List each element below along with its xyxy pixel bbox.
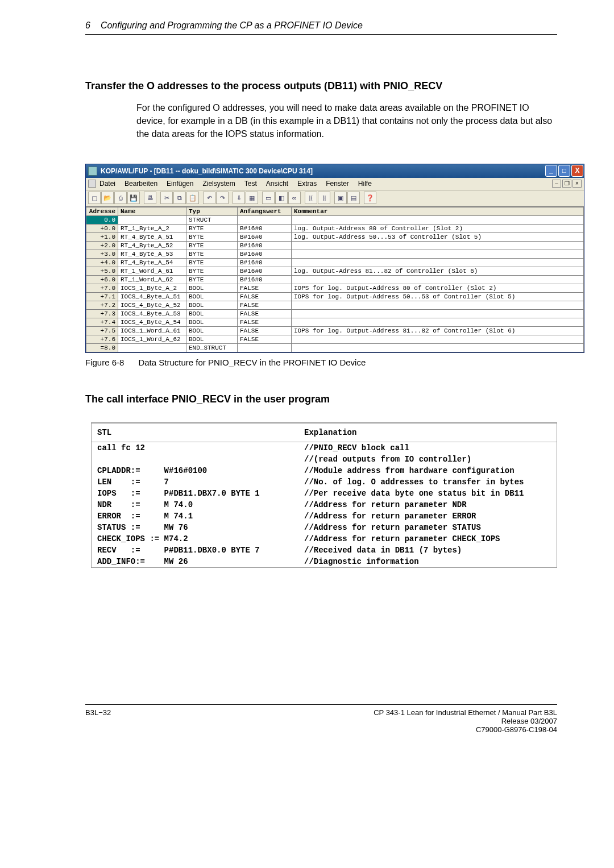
table-row[interactable]: +4.0RT_4_Byte_A_54BYTEB#16#0 (86, 258, 584, 267)
cell[interactable]: =8.0 (86, 343, 118, 352)
cell[interactable] (292, 275, 584, 284)
cell[interactable]: IOCS_4_Byte_A_52 (118, 301, 186, 309)
cell[interactable]: B#16#0 (238, 241, 292, 250)
cell[interactable] (292, 301, 584, 309)
table-row[interactable]: +7.6IOCS_1_Word_A_62BOOLFALSE (86, 335, 584, 343)
menu-fenster[interactable]: Fenster (326, 180, 349, 188)
menu-extras[interactable]: Extras (297, 180, 317, 188)
cell[interactable]: IOCS_4_Byte_A_51 (118, 292, 186, 301)
undo-icon[interactable]: ↶ (203, 192, 215, 204)
table-row[interactable]: +7.2IOCS_4_Byte_A_52BOOLFALSE (86, 301, 584, 309)
table-row[interactable]: +7.1IOCS_4_Byte_A_51BOOLFALSEIOPS for lo… (86, 292, 584, 301)
table-row[interactable]: +1.0RT_4_Byte_A_51BYTEB#16#0log. Output-… (86, 232, 584, 241)
cell[interactable]: log. Output-Address 50...53 of Controlle… (292, 232, 584, 241)
cell[interactable]: RT_4_Byte_A_53 (118, 250, 186, 258)
cell[interactable]: FALSE (238, 335, 292, 343)
cell[interactable]: BOOL (186, 292, 238, 301)
help-icon[interactable]: ❓ (364, 192, 376, 204)
cell[interactable]: END_STRUCT (186, 343, 238, 352)
cell[interactable]: B#16#0 (238, 258, 292, 267)
print-icon[interactable]: 🖶 (144, 192, 156, 204)
cell[interactable]: +7.2 (86, 301, 118, 309)
cell[interactable] (292, 215, 584, 224)
cell[interactable]: +7.6 (86, 335, 118, 343)
cell[interactable]: B#16#0 (238, 224, 292, 232)
cell[interactable]: BYTE (186, 241, 238, 250)
cell[interactable]: +0.0 (86, 224, 118, 232)
menu-test[interactable]: Test (244, 180, 257, 188)
table-row[interactable]: +7.5IOCS_1_Word_A_61BOOLFALSEIOPS for lo… (86, 326, 584, 335)
cell[interactable]: IOCS_1_Word_A_62 (118, 335, 186, 343)
cell[interactable]: BOOL (186, 318, 238, 326)
glasses-icon[interactable]: ∞ (288, 192, 301, 204)
cell[interactable]: FALSE (238, 309, 292, 318)
cell[interactable]: RT_4_Byte_A_52 (118, 241, 186, 250)
cell[interactable]: log. Output-Address 80 of Controller (Sl… (292, 224, 584, 232)
cell[interactable]: FALSE (238, 318, 292, 326)
cell[interactable] (238, 343, 292, 352)
cell[interactable]: B#16#0 (238, 250, 292, 258)
menu-bearbeiten[interactable]: Bearbeiten (125, 180, 157, 188)
cell[interactable]: IOCS_4_Byte_A_54 (118, 318, 186, 326)
cell[interactable] (292, 309, 584, 318)
download-icon[interactable]: ⇩ (233, 192, 245, 204)
symbol-icon[interactable]: ◧ (275, 192, 288, 204)
cell[interactable]: +1.0 (86, 232, 118, 241)
table-row[interactable]: +2.0RT_4_Byte_A_52BYTEB#16#0 (86, 241, 584, 250)
save-icon[interactable]: 💾 (127, 192, 140, 204)
cell[interactable]: FALSE (238, 284, 292, 292)
table-row[interactable]: +0.0RT_1_Byte_A_2BYTEB#16#0log. Output-A… (86, 224, 584, 232)
cell[interactable]: IOPS for log. Output-Address 50...53 of … (292, 292, 584, 301)
cell[interactable]: FALSE (238, 326, 292, 335)
menu-einfuegen[interactable]: Einfügen (167, 180, 193, 188)
paste-icon[interactable]: 📋 (186, 192, 199, 204)
cell[interactable]: +2.0 (86, 241, 118, 250)
cell[interactable]: +4.0 (86, 258, 118, 267)
monitor-icon[interactable]: ▦ (246, 192, 258, 204)
block-icon[interactable]: ▭ (262, 192, 275, 204)
cell[interactable]: +6.0 (86, 275, 118, 284)
view-b-icon[interactable]: ▤ (347, 192, 360, 204)
cell[interactable] (292, 241, 584, 250)
mdi-restore[interactable]: ❐ (562, 180, 571, 188)
cell[interactable] (118, 215, 186, 224)
cell[interactable]: IOCS_1_Byte_A_2 (118, 284, 186, 292)
table-row[interactable]: +3.0RT_4_Byte_A_53BYTEB#16#0 (86, 250, 584, 258)
cell[interactable]: +7.3 (86, 309, 118, 318)
table-row[interactable]: +7.0IOCS_1_Byte_A_2BOOLFALSEIOPS for log… (86, 284, 584, 292)
table-row[interactable]: =8.0END_STRUCT (86, 343, 584, 352)
cell[interactable]: BYTE (186, 267, 238, 275)
cell[interactable]: IOPS for log. Output-Address 80 of Contr… (292, 284, 584, 292)
cell[interactable]: FALSE (238, 292, 292, 301)
table-row[interactable]: +7.3IOCS_4_Byte_A_53BOOLFALSE (86, 309, 584, 318)
menu-hilfe[interactable]: Hilfe (358, 180, 372, 188)
cell[interactable]: FALSE (238, 301, 292, 309)
cell[interactable] (238, 215, 292, 224)
nav-next-icon[interactable]: ⟩| (318, 192, 330, 204)
cell[interactable] (292, 343, 584, 352)
nav-prev-icon[interactable]: |⟨ (305, 192, 317, 204)
cell[interactable]: RT_4_Byte_A_54 (118, 258, 186, 267)
new-icon[interactable]: ▢ (88, 192, 101, 204)
cell[interactable]: BYTE (186, 224, 238, 232)
table-row[interactable]: +5.0RT_1_Word_A_61BYTEB#16#0log. Output-… (86, 267, 584, 275)
cell[interactable] (292, 335, 584, 343)
table-row[interactable]: 0.0STRUCT (86, 215, 584, 224)
cell[interactable]: BYTE (186, 275, 238, 284)
cut-icon[interactable]: ✂ (160, 192, 173, 204)
cell[interactable]: BYTE (186, 258, 238, 267)
cell[interactable] (292, 258, 584, 267)
mdi-close[interactable]: × (572, 180, 582, 188)
cell[interactable]: +3.0 (86, 250, 118, 258)
snap-icon[interactable]: ⎙ (114, 192, 127, 204)
cell[interactable]: B#16#0 (238, 267, 292, 275)
cell[interactable] (292, 318, 584, 326)
open-icon[interactable]: 📂 (101, 192, 114, 204)
cell[interactable]: RT_4_Byte_A_51 (118, 232, 186, 241)
menu-zielsystem[interactable]: Zielsystem (202, 180, 235, 188)
cell[interactable]: B#16#0 (238, 275, 292, 284)
cell[interactable]: BOOL (186, 284, 238, 292)
view-a-icon[interactable]: ▣ (334, 192, 347, 204)
cell[interactable]: +7.0 (86, 284, 118, 292)
cell[interactable]: IOCS_4_Byte_A_53 (118, 309, 186, 318)
